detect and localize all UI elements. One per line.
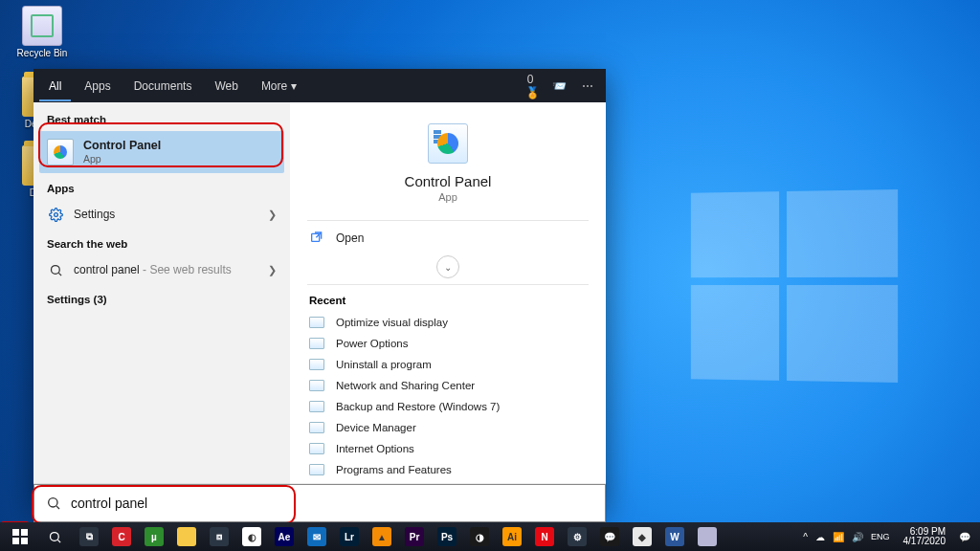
medal-icon: 🏅 [525, 86, 540, 99]
preview-subtitle: App [290, 191, 606, 203]
search-input[interactable] [71, 496, 593, 511]
section-settings-count[interactable]: Settings (3) [33, 286, 290, 309]
feedback-icon[interactable]: 📨 [546, 79, 571, 93]
volume-icon[interactable]: 🔊 [852, 532, 863, 542]
expand-actions-button[interactable]: ⌄ [436, 255, 459, 278]
taskbar-app-illustrator[interactable]: Ai [496, 523, 528, 550]
taskbar-app-netflix[interactable]: N [528, 523, 561, 550]
recent-item[interactable]: Optimize visual display [301, 312, 594, 333]
search-box[interactable] [33, 484, 606, 522]
taskbar-app-davinci[interactable]: ◑ [463, 523, 496, 550]
result-web-control-panel[interactable]: control panel - See web results ❯ [33, 253, 290, 286]
taskbar-app-vlc[interactable]: ▲ [366, 523, 398, 550]
section-search-web: Search the web [33, 231, 290, 253]
windows-logo-wallpaper [691, 189, 890, 385]
taskbar-app-onenote[interactable] [691, 523, 724, 550]
desktop-icon-label: Recycle Bin [17, 48, 68, 58]
word-icon: W [665, 527, 684, 546]
rewards-count[interactable]: 0 🏅 [518, 73, 543, 99]
best-match-subtitle: App [83, 153, 101, 165]
taskbar-app-task-view[interactable]: ⧉ [73, 523, 105, 550]
file-explorer-icon [177, 527, 196, 546]
recent-item[interactable]: Device Manager [301, 417, 594, 438]
recent-item-label: Programs and Features [336, 464, 452, 475]
control-panel-mini-icon [309, 380, 324, 391]
taskbar-app-file-explorer[interactable] [170, 523, 203, 550]
section-best-match: Best match [33, 106, 290, 129]
preview-title: Control Panel [290, 173, 606, 189]
windows-start-icon [12, 529, 28, 544]
tab-all[interactable]: All [39, 71, 71, 101]
section-apps: Apps [33, 175, 290, 198]
lightroom-icon: Lr [340, 527, 359, 546]
tab-documents[interactable]: Documents [124, 71, 202, 101]
search-icon [47, 261, 64, 278]
search-header: All Apps Documents Web More ▾ 0 🏅 📨 ⋯ [33, 69, 606, 102]
taskbar-app-mail[interactable]: ✉ [301, 523, 333, 550]
tray-overflow-icon[interactable]: ^ [803, 532, 808, 542]
recent-item[interactable]: Network and Sharing Center [301, 375, 594, 396]
language-indicator[interactable]: ENG [871, 532, 890, 541]
result-settings[interactable]: Settings ❯ [33, 198, 290, 231]
action-open-label: Open [336, 231, 364, 245]
taskbar-clock[interactable]: 6:09 PM 4/17/2020 [898, 527, 952, 547]
taskbar-app-ccleaner[interactable]: C [105, 523, 138, 550]
search-preview-pane: Control Panel App Open ⌄ Recent Optimize… [290, 102, 606, 509]
notification-center-icon[interactable]: 💬 [959, 532, 970, 542]
recent-item-label: Power Options [336, 338, 408, 349]
onedrive-icon[interactable]: ☁ [815, 532, 825, 542]
open-icon [309, 231, 324, 246]
control-panel-mini-icon [309, 359, 324, 370]
taskbar-app-microsoft-store[interactable]: ⧈ [203, 523, 235, 550]
network-icon[interactable]: 📶 [833, 532, 844, 542]
taskbar-app-messenger[interactable]: 💬 [593, 523, 626, 550]
taskbar-app-chrome[interactable]: ◐ [235, 523, 268, 550]
desktop-icon-recycle-bin[interactable]: Recycle Bin [13, 6, 71, 58]
best-match-control-panel[interactable]: Control Panel App [39, 131, 284, 173]
tab-apps[interactable]: Apps [75, 71, 120, 101]
recent-item[interactable]: Power Options [301, 333, 594, 354]
task-view-icon: ⧉ [79, 527, 99, 546]
start-search-flyout: All Apps Documents Web More ▾ 0 🏅 📨 ⋯ Be… [33, 69, 606, 509]
netflix-icon: N [535, 527, 554, 546]
more-options-icon[interactable]: ⋯ [575, 79, 600, 93]
recent-item[interactable]: Uninstall a program [301, 354, 594, 375]
microsoft-store-icon: ⧈ [210, 527, 229, 546]
recycle-bin-icon [22, 6, 62, 46]
illustrator-icon: Ai [502, 527, 522, 546]
control-panel-mini-icon [309, 401, 324, 412]
svg-line-5 [56, 506, 59, 509]
taskbar-app-settings[interactable]: ⚙ [561, 523, 593, 550]
taskbar-app-lightroom[interactable]: Lr [333, 523, 366, 550]
vlc-icon: ▲ [372, 527, 391, 546]
taskbar-app-after-effects[interactable]: Ae [268, 523, 301, 550]
taskbar-app-photoshop[interactable]: Ps [431, 523, 463, 550]
tab-more[interactable]: More ▾ [252, 71, 306, 101]
svg-point-6 [50, 532, 58, 540]
svg-point-0 [54, 212, 57, 216]
taskbar-app-utorrent[interactable]: µ [138, 523, 170, 550]
gear-icon [47, 206, 64, 223]
svg-point-1 [51, 265, 59, 274]
taskbar: ⧉Cµ⧈◐Ae✉Lr▲PrPs◑AiN⚙💬◆W ^ ☁ 📶 🔊 ENG 6:09… [0, 522, 980, 551]
action-open[interactable]: Open [290, 221, 606, 255]
davinci-icon: ◑ [470, 527, 489, 546]
recent-item-label: Device Manager [336, 422, 416, 433]
system-tray[interactable]: ^ ☁ 📶 🔊 ENG 6:09 PM 4/17/2020 💬 [803, 527, 976, 547]
taskbar-app-blender[interactable]: ◆ [626, 523, 658, 550]
search-icon [46, 496, 61, 511]
svg-point-4 [49, 498, 57, 507]
recent-item[interactable]: Internet Options [301, 438, 594, 459]
taskbar-search-button[interactable] [38, 523, 71, 550]
settings-icon: ⚙ [568, 527, 587, 546]
taskbar-app-word[interactable]: W [658, 523, 691, 550]
recent-item[interactable]: Programs and Features [301, 459, 594, 480]
recent-item[interactable]: Backup and Restore (Windows 7) [301, 396, 594, 417]
search-results-left-pane: Best match Control Panel App Apps Settin… [33, 102, 290, 509]
control-panel-mini-icon [309, 443, 324, 454]
taskbar-app-premiere[interactable]: Pr [398, 523, 431, 550]
control-panel-icon [47, 139, 74, 165]
start-button[interactable] [4, 523, 36, 550]
tab-web[interactable]: Web [205, 71, 247, 101]
recent-item-label: Uninstall a program [336, 359, 432, 370]
